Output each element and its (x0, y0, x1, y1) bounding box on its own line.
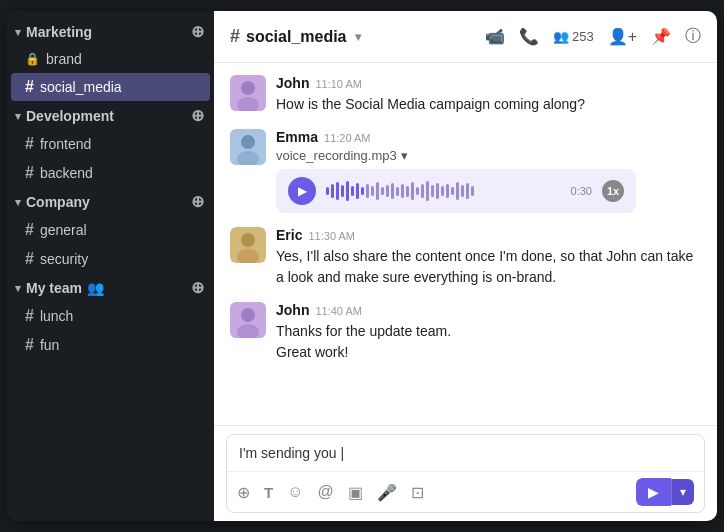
message-header: Emma 11:20 AM (276, 129, 701, 145)
message-text: How is the Social Media campaign coming … (276, 94, 701, 115)
input-box: ⊕ T ☺ @ ▣ 🎤 ⊡ ▶ ▾ (226, 434, 705, 513)
sidebar-group-header-development[interactable]: ▾ Development ⊕ (7, 103, 214, 129)
voice-file[interactable]: voice_recording.mp3 ▾ (276, 148, 701, 163)
message-text: Thanks for the update team.Great work! (276, 321, 701, 363)
avatar (230, 75, 266, 111)
sidebar-group-header-marketing[interactable]: ▾ Marketing ⊕ (7, 19, 214, 45)
mention-icon[interactable]: @ (318, 483, 334, 501)
sidebar-item-label: backend (40, 165, 93, 181)
send-group: ▶ ▾ (636, 478, 694, 506)
message-time: 11:10 AM (315, 78, 361, 90)
app-container: ▾ Marketing ⊕ 🔒brand#social_media ▾ Deve… (7, 11, 717, 521)
add-channel-icon[interactable]: ⊕ (191, 24, 204, 40)
input-toolbar: ⊕ T ☺ @ ▣ 🎤 ⊡ ▶ ▾ (227, 471, 704, 512)
channel-title[interactable]: # social_media ▾ (230, 26, 361, 47)
hash-icon: # (25, 307, 34, 325)
sidebar-item-label: security (40, 251, 88, 267)
sidebar-item-frontend[interactable]: #frontend (11, 130, 210, 158)
sidebar-group-company: ▾ Company ⊕ #general#security (7, 189, 214, 273)
lock-icon: 🔒 (25, 52, 40, 66)
messages-area: John 11:10 AM How is the Social Media ca… (214, 63, 717, 425)
message-header: John 11:40 AM (276, 302, 701, 318)
message-header: Eric 11:30 AM (276, 227, 701, 243)
main-chat: # social_media ▾ 📹 📞 👥 253 👤+ 📌 ⓘ (214, 11, 717, 521)
sidebar-group-header-company[interactable]: ▾ Company ⊕ (7, 189, 214, 215)
chevron-icon: ▾ (15, 26, 21, 39)
avatar (230, 227, 266, 263)
sidebar-item-general[interactable]: #general (11, 216, 210, 244)
table-row: John 11:40 AM Thanks for the update team… (230, 302, 701, 363)
message-content: John 11:10 AM How is the Social Media ca… (276, 75, 701, 115)
sidebar-item-social_media[interactable]: #social_media (11, 73, 210, 101)
sidebar-item-label: brand (46, 51, 82, 67)
media-icon[interactable]: ▣ (348, 483, 363, 502)
svg-point-4 (241, 135, 255, 149)
add-channel-icon[interactable]: ⊕ (191, 280, 204, 296)
voice-player: ▶ (276, 169, 636, 213)
message-content: Eric 11:30 AM Yes, I'll also share the c… (276, 227, 701, 288)
message-time: 11:40 AM (315, 305, 361, 317)
expand-icon[interactable]: ⊡ (411, 483, 424, 502)
hash-icon: # (25, 164, 34, 182)
speed-badge[interactable]: 1x (602, 180, 624, 202)
team-emoji: 👥 (87, 280, 104, 296)
chat-header: # social_media ▾ 📹 📞 👥 253 👤+ 📌 ⓘ (214, 11, 717, 63)
message-author: Emma (276, 129, 318, 145)
play-button[interactable]: ▶ (288, 177, 316, 205)
chevron-down-icon: ▾ (355, 30, 361, 44)
sidebar-group-development: ▾ Development ⊕ #frontend#backend (7, 103, 214, 187)
sidebar-item-lunch[interactable]: #lunch (11, 302, 210, 330)
waveform (326, 179, 561, 203)
voice-duration: 0:30 (571, 185, 592, 197)
add-channel-icon[interactable]: ⊕ (191, 194, 204, 210)
message-header: John 11:10 AM (276, 75, 701, 91)
sidebar-item-label: fun (40, 337, 59, 353)
plus-icon[interactable]: ⊕ (237, 483, 250, 502)
message-author: John (276, 302, 309, 318)
input-area: ⊕ T ☺ @ ▣ 🎤 ⊡ ▶ ▾ (214, 425, 717, 521)
hash-icon: # (230, 26, 240, 47)
add-channel-icon[interactable]: ⊕ (191, 108, 204, 124)
video-icon[interactable]: 📹 (485, 27, 505, 46)
message-author: Eric (276, 227, 302, 243)
message-input[interactable] (227, 435, 704, 471)
svg-point-7 (241, 233, 255, 247)
sidebar-group-marketing: ▾ Marketing ⊕ 🔒brand#social_media (7, 19, 214, 101)
send-button[interactable]: ▶ (636, 478, 671, 506)
hash-icon: # (25, 78, 34, 96)
sidebar-item-backend[interactable]: #backend (11, 159, 210, 187)
members-icon: 👥 (553, 29, 569, 44)
avatar (230, 302, 266, 338)
phone-icon[interactable]: 📞 (519, 27, 539, 46)
info-icon[interactable]: ⓘ (685, 26, 701, 47)
sidebar-item-brand[interactable]: 🔒brand (11, 46, 210, 72)
sidebar-item-security[interactable]: #security (11, 245, 210, 273)
sidebar-group-label: Marketing (26, 24, 92, 40)
message-time: 11:20 AM (324, 132, 370, 144)
message-content: Emma 11:20 AM voice_recording.mp3 ▾ ▶ (276, 129, 701, 213)
sidebar-group-my_team: ▾ My team 👥 ⊕ #lunch#fun (7, 275, 214, 359)
pin-icon[interactable]: 📌 (651, 27, 671, 46)
hash-icon: # (25, 250, 34, 268)
channel-name: social_media (246, 28, 347, 46)
emoji-icon[interactable]: ☺ (287, 483, 303, 501)
table-row: Emma 11:20 AM voice_recording.mp3 ▾ ▶ (230, 129, 701, 213)
sidebar-group-label: My team (26, 280, 82, 296)
message-text: Yes, I'll also share the content once I'… (276, 246, 701, 288)
member-count-label: 253 (572, 29, 594, 44)
mic-icon[interactable]: 🎤 (377, 483, 397, 502)
sidebar-item-fun[interactable]: #fun (11, 331, 210, 359)
chevron-icon: ▾ (401, 148, 408, 163)
sidebar-group-header-my_team[interactable]: ▾ My team 👥 ⊕ (7, 275, 214, 301)
send-dropdown-button[interactable]: ▾ (671, 479, 694, 505)
header-actions: 📹 📞 👥 253 👤+ 📌 ⓘ (485, 26, 701, 47)
add-member-icon[interactable]: 👤+ (608, 27, 637, 46)
format-text-icon[interactable]: T (264, 484, 273, 501)
avatar (230, 129, 266, 165)
message-author: John (276, 75, 309, 91)
svg-point-10 (241, 308, 255, 322)
chevron-icon: ▾ (15, 282, 21, 295)
sidebar-group-label: Company (26, 194, 90, 210)
member-count[interactable]: 👥 253 (553, 29, 594, 44)
sidebar-item-label: social_media (40, 79, 122, 95)
